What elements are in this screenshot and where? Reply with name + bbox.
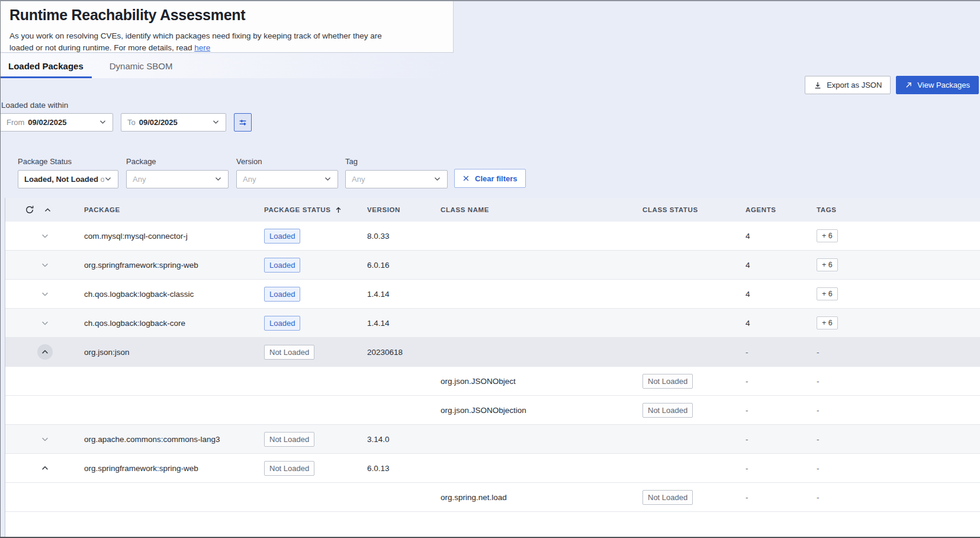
agents-cell: 4 bbox=[746, 261, 817, 270]
package-name: ch.qos.logback:logback-core bbox=[84, 319, 264, 328]
package-status-cell: Not Loaded bbox=[264, 432, 367, 447]
agents-cell: - bbox=[746, 406, 817, 415]
class-row[interactable]: org.spring.net.loadNot Loaded-- bbox=[5, 483, 980, 512]
column-header-agents[interactable]: AGENTS bbox=[746, 206, 817, 213]
tags-cell: - bbox=[817, 493, 980, 502]
package-filter: Package Any bbox=[126, 157, 229, 188]
export-json-button[interactable]: Export as JSON bbox=[805, 76, 891, 94]
class-status-badge: Not Loaded bbox=[642, 374, 693, 389]
agents-cell: - bbox=[746, 435, 817, 444]
advanced-filters-button[interactable] bbox=[234, 113, 252, 132]
class-name-cell: org.json.JSONObject bbox=[441, 377, 642, 386]
class-status-cell: Not Loaded bbox=[642, 490, 746, 505]
chevron-down-icon[interactable] bbox=[37, 431, 53, 447]
chevron-up-icon[interactable] bbox=[37, 460, 53, 476]
tags-count-badge[interactable]: + 6 bbox=[817, 258, 838, 271]
column-header-class-status[interactable]: CLASS STATUS bbox=[642, 206, 746, 213]
package-name: org.springframework:spring-web bbox=[84, 261, 264, 270]
chevron-up-icon[interactable] bbox=[37, 344, 53, 360]
table-body: com.mysql:mysql-connector-jLoaded8.0.334… bbox=[5, 222, 980, 512]
package-status-badge: Not Loaded bbox=[264, 432, 314, 447]
collapse-all-icon[interactable] bbox=[44, 206, 52, 214]
package-row[interactable]: org.json:jsonNot Loaded20230618-- bbox=[5, 338, 980, 367]
chevron-down-icon[interactable] bbox=[37, 315, 53, 331]
description-line-2: loaded or not during runtime. For more d… bbox=[9, 43, 192, 52]
package-name: com.mysql:mysql-connector-j bbox=[84, 232, 264, 241]
toolbar-actions: Export as JSON View Packages bbox=[805, 76, 979, 94]
version-filter: Version Any bbox=[236, 157, 338, 188]
tab-loaded-packages[interactable]: Loaded Packages bbox=[0, 53, 92, 78]
tag-select[interactable]: Any bbox=[345, 170, 448, 188]
package-status-cell: Loaded bbox=[264, 316, 367, 331]
package-status-badge: Loaded bbox=[264, 258, 300, 273]
date-from-select[interactable]: From 09/02/2025 bbox=[0, 113, 113, 132]
tags-cell: - bbox=[817, 435, 980, 444]
class-name-cell: org.json.JSONObjection bbox=[441, 406, 642, 415]
package-row[interactable]: com.mysql:mysql-connector-jLoaded8.0.334… bbox=[5, 222, 980, 251]
package-version: 6.0.16 bbox=[367, 261, 441, 270]
refresh-icon[interactable] bbox=[25, 205, 34, 214]
agents-cell: - bbox=[746, 377, 817, 386]
tab-dynamic-sbom[interactable]: Dynamic SBOM bbox=[101, 53, 181, 78]
package-status-cell: Not Loaded bbox=[264, 345, 367, 360]
package-row[interactable]: org.apache.commons:commons-lang3Not Load… bbox=[5, 425, 980, 454]
column-header-tags[interactable]: TAGS bbox=[817, 206, 980, 213]
column-header-class-name[interactable]: CLASS NAME bbox=[441, 206, 642, 213]
chevron-down-icon bbox=[212, 118, 220, 127]
sliders-icon bbox=[238, 118, 248, 127]
packages-table: PACKAGE PACKAGE STATUS VERSION CLASS NAM… bbox=[5, 198, 980, 537]
chevron-down-icon[interactable] bbox=[37, 257, 53, 273]
package-row[interactable]: ch.qos.logback:logback-classicLoaded1.4.… bbox=[5, 280, 980, 309]
page-header: Runtime Reachability Assessment As you w… bbox=[0, 1, 454, 53]
package-status-select[interactable]: Loaded, Not Loaded or L... bbox=[18, 170, 118, 188]
date-to-select[interactable]: To 09/02/2025 bbox=[121, 113, 226, 132]
tab-bar: Loaded Packages Dynamic SBOM bbox=[0, 53, 980, 78]
tags-cell: + 6 bbox=[817, 316, 980, 329]
package-row[interactable]: org.springframework:spring-webLoaded6.0.… bbox=[5, 251, 980, 280]
view-packages-button[interactable]: View Packages bbox=[896, 76, 979, 94]
version-select[interactable]: Any bbox=[236, 170, 338, 188]
tags-count-badge[interactable]: + 6 bbox=[817, 287, 838, 300]
download-icon bbox=[814, 81, 822, 89]
package-version: 20230618 bbox=[367, 348, 441, 357]
package-status-cell: Not Loaded bbox=[264, 461, 367, 476]
package-version: 6.0.13 bbox=[367, 464, 441, 473]
column-header-package-status[interactable]: PACKAGE STATUS bbox=[264, 206, 367, 214]
package-status-badge: Loaded bbox=[264, 316, 300, 331]
clear-filters-button[interactable]: Clear filters bbox=[454, 169, 526, 188]
chevron-down-icon[interactable] bbox=[37, 286, 53, 302]
chevron-down-icon bbox=[104, 175, 112, 184]
tags-count-badge[interactable]: + 6 bbox=[817, 229, 838, 242]
close-icon bbox=[462, 175, 470, 182]
tags-cell: - bbox=[817, 377, 980, 386]
tags-count-badge[interactable]: + 6 bbox=[817, 316, 838, 329]
agents-cell: 4 bbox=[746, 232, 817, 241]
tags-cell: + 6 bbox=[817, 258, 980, 271]
class-name-cell: org.spring.net.load bbox=[441, 493, 642, 502]
external-link-icon bbox=[905, 81, 912, 89]
package-version: 1.4.14 bbox=[367, 319, 441, 328]
chevron-down-icon bbox=[433, 175, 441, 184]
agents-cell: - bbox=[746, 464, 817, 473]
chevron-down-icon bbox=[324, 175, 332, 184]
column-header-version[interactable]: VERSION bbox=[367, 206, 441, 213]
column-header-package[interactable]: PACKAGE bbox=[84, 206, 264, 213]
description-line-1: As you work on resolving CVEs, identify … bbox=[9, 31, 382, 40]
package-name: org.springframework:spring-web bbox=[84, 464, 264, 473]
tags-cell: + 6 bbox=[817, 229, 980, 242]
class-row[interactable]: org.json.JSONObjectionNot Loaded-- bbox=[5, 396, 980, 425]
class-status-cell: Not Loaded bbox=[642, 374, 746, 389]
package-status-badge: Loaded bbox=[264, 229, 300, 244]
package-status-badge: Not Loaded bbox=[264, 461, 314, 476]
here-link[interactable]: here bbox=[194, 43, 210, 52]
package-row[interactable]: org.springframework:spring-webNot Loaded… bbox=[5, 454, 980, 483]
chevron-down-icon[interactable] bbox=[37, 228, 53, 244]
package-status-cell: Loaded bbox=[264, 258, 367, 273]
class-status-cell: Not Loaded bbox=[642, 403, 746, 418]
class-row[interactable]: org.json.JSONObjectNot Loaded-- bbox=[5, 367, 980, 396]
package-row[interactable]: ch.qos.logback:logback-coreLoaded1.4.144… bbox=[5, 309, 980, 338]
agents-cell: 4 bbox=[746, 319, 817, 328]
package-version: 8.0.33 bbox=[367, 232, 441, 241]
package-select[interactable]: Any bbox=[126, 170, 229, 188]
package-name: org.apache.commons:commons-lang3 bbox=[84, 435, 264, 444]
